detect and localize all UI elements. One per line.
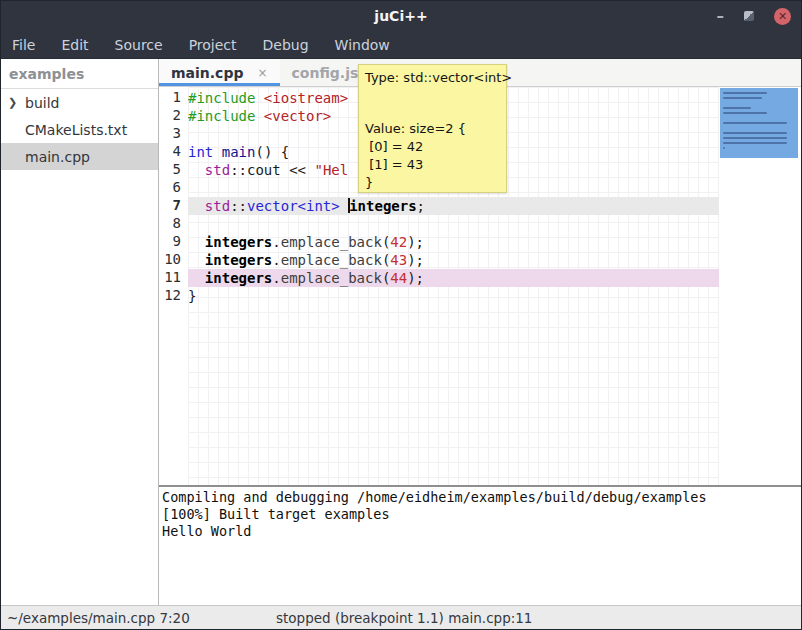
console-output-line: Compiling and debugging /home/eidheim/ex… bbox=[162, 489, 801, 506]
tooltip-value-line: [0] = 42 bbox=[365, 138, 500, 156]
menu-source[interactable]: Source bbox=[115, 33, 163, 57]
code-line-11[interactable]: 11 integers.emplace_back(44); bbox=[159, 269, 719, 287]
code-text: std::vector<int> integers; bbox=[188, 197, 719, 215]
status-debug-state: stopped (breakpoint 1.1) main.cpp:11 bbox=[276, 610, 532, 626]
line-number[interactable]: 3 bbox=[159, 125, 188, 143]
minimap-code-line bbox=[723, 142, 787, 144]
sidebar-item-build[interactable]: ❯build bbox=[1, 89, 158, 116]
menu-project[interactable]: Project bbox=[189, 33, 237, 57]
minimap-code-line bbox=[723, 147, 725, 149]
code-line-9[interactable]: 9 integers.emplace_back(42); bbox=[159, 233, 719, 251]
status-file-position: ~/examples/main.cpp 7:20 bbox=[1, 610, 190, 626]
app-window: juCi++ – ✕ FileEditSourceProjectDebugWin… bbox=[0, 0, 802, 630]
titlebar: juCi++ – ✕ bbox=[1, 1, 801, 31]
minimap-code-line bbox=[723, 132, 787, 134]
menu-edit[interactable]: Edit bbox=[61, 33, 88, 57]
tooltip-value-line: } bbox=[365, 174, 500, 192]
tooltip-value-line: [1] = 43 bbox=[365, 156, 500, 174]
sidebar-item-label: build bbox=[25, 95, 59, 111]
tooltip-value-block: Value: size=2 { [0] = 42 [1] = 43} bbox=[365, 120, 500, 192]
menubar: FileEditSourceProjectDebugWindow bbox=[1, 31, 801, 59]
code-line-8[interactable]: 8 bbox=[159, 215, 719, 233]
minimap-code-line bbox=[723, 122, 787, 124]
menu-debug[interactable]: Debug bbox=[263, 33, 309, 57]
minimap-code-line bbox=[723, 107, 751, 109]
minimap-code-line bbox=[723, 97, 762, 99]
line-number[interactable]: 8 bbox=[159, 215, 188, 233]
minimap-code-line bbox=[723, 112, 767, 114]
console-output-line: Hello World bbox=[162, 523, 801, 540]
line-number[interactable]: 5 bbox=[159, 161, 188, 179]
code-text bbox=[188, 215, 719, 233]
line-number[interactable]: 6 bbox=[159, 179, 188, 197]
debug-console[interactable]: Compiling and debugging /home/eidheim/ex… bbox=[159, 485, 801, 605]
sidebar-item-label: main.cpp bbox=[25, 149, 90, 165]
code-text: integers.emplace_back(44); bbox=[188, 269, 719, 287]
tooltip-type-line: Type: std::vector<int> bbox=[365, 69, 500, 87]
code-line-7[interactable]: 7 std::vector<int> integers; bbox=[159, 197, 719, 215]
line-number[interactable]: 11 bbox=[159, 269, 188, 287]
code-line-12[interactable]: 12} bbox=[159, 287, 719, 305]
line-number[interactable]: 10 bbox=[159, 251, 188, 269]
menu-window[interactable]: Window bbox=[335, 33, 390, 57]
tab-label: main.cpp bbox=[171, 65, 243, 81]
code-text: } bbox=[188, 287, 719, 305]
window-controls: – ✕ bbox=[717, 1, 792, 31]
sidebar-item-cmakelists-txt[interactable]: CMakeLists.txt bbox=[1, 116, 158, 143]
close-icon[interactable]: ✕ bbox=[774, 8, 791, 25]
sidebar-item-main-cpp[interactable]: main.cpp bbox=[1, 143, 158, 170]
expand-chevron-icon[interactable]: ❯ bbox=[8, 96, 17, 109]
code-text: integers.emplace_back(42); bbox=[188, 233, 719, 251]
tab-close-icon[interactable]: × bbox=[257, 66, 267, 80]
restore-icon[interactable] bbox=[744, 11, 754, 21]
window-title: juCi++ bbox=[374, 8, 427, 24]
minimap-code-line bbox=[723, 137, 787, 139]
line-number[interactable]: 12 bbox=[159, 287, 188, 305]
line-number[interactable]: 1 bbox=[159, 89, 188, 107]
line-number[interactable]: 7 bbox=[159, 197, 188, 215]
sidebar-items: ❯buildCMakeLists.txtmain.cpp bbox=[1, 89, 158, 170]
code-line-10[interactable]: 10 integers.emplace_back(43); bbox=[159, 251, 719, 269]
sidebar-project-header: examples bbox=[1, 59, 158, 89]
minimap-code-line bbox=[723, 92, 767, 94]
debug-value-tooltip: Type: std::vector<int> Value: size=2 { [… bbox=[358, 64, 507, 193]
file-tree-sidebar: examples ❯buildCMakeLists.txtmain.cpp bbox=[1, 59, 159, 605]
menu-file[interactable]: File bbox=[12, 33, 35, 57]
minimap-viewport[interactable] bbox=[720, 88, 798, 158]
code-text: integers.emplace_back(43); bbox=[188, 251, 719, 269]
minimap[interactable] bbox=[719, 87, 801, 485]
tooltip-value-line: Value: size=2 { bbox=[365, 120, 500, 138]
line-number[interactable]: 9 bbox=[159, 233, 188, 251]
statusbar: ~/examples/main.cpp 7:20 stopped (breakp… bbox=[1, 605, 801, 629]
line-number[interactable]: 4 bbox=[159, 143, 188, 161]
tab-main-cpp[interactable]: main.cpp× bbox=[159, 59, 280, 86]
line-number[interactable]: 2 bbox=[159, 107, 188, 125]
console-output-line: [100%] Built target examples bbox=[162, 506, 801, 523]
sidebar-item-label: CMakeLists.txt bbox=[25, 122, 127, 138]
minimize-icon[interactable]: – bbox=[717, 11, 725, 21]
